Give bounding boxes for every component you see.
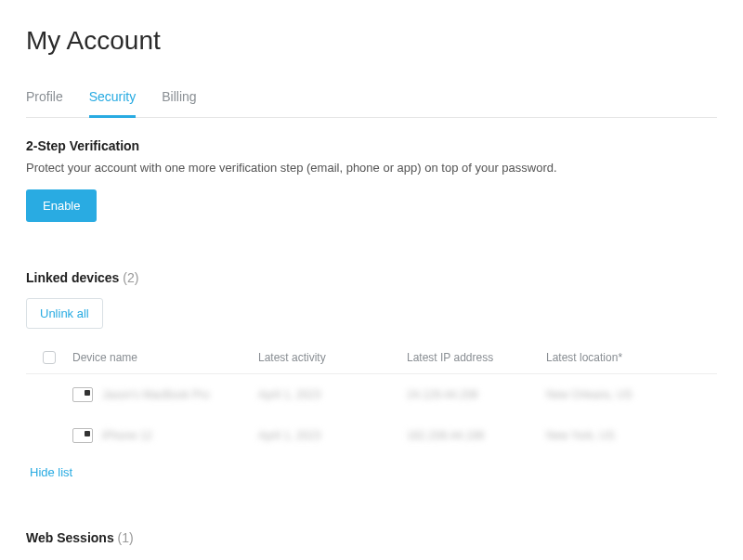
select-all-cell <box>43 351 72 364</box>
web-sessions-count: (1) <box>118 530 134 545</box>
col-header-location: Latest location* <box>546 351 717 364</box>
device-activity: April 1, 2023 <box>258 429 407 442</box>
col-header-name: Device name <box>72 351 258 364</box>
select-all-checkbox[interactable] <box>43 351 56 364</box>
linked-count: (2) <box>123 270 138 285</box>
tabs: Profile Security Billing <box>26 89 717 118</box>
device-location: New Orleans, US <box>546 388 717 401</box>
device-name: Jason's MacBook Pro <box>102 388 210 401</box>
phone-icon <box>72 428 93 443</box>
device-activity: April 1, 2023 <box>258 388 407 401</box>
linked-devices-header: Linked devices (2) <box>26 270 717 285</box>
two-step-section: 2-Step Verification Protect your account… <box>26 118 717 222</box>
col-header-ip: Latest IP address <box>407 351 546 364</box>
device-location: New York, US <box>546 429 717 442</box>
tab-security[interactable]: Security <box>89 89 137 118</box>
linked-title: Linked devices <box>26 270 119 285</box>
device-name: iPhone 12 <box>102 429 152 442</box>
device-ip: 162.208.44.198 <box>407 429 546 442</box>
linked-table-header: Device name Latest activity Latest IP ad… <box>26 342 717 374</box>
device-ip: 24.129.44.208 <box>407 388 546 401</box>
tab-profile[interactable]: Profile <box>26 89 63 118</box>
laptop-icon <box>72 387 93 402</box>
linked-devices-section: Linked devices (2) Unlink all Device nam… <box>26 270 717 480</box>
table-row[interactable]: Jason's MacBook Pro April 1, 2023 24.129… <box>26 374 717 415</box>
hide-list-link[interactable]: Hide list <box>30 465 72 479</box>
page-title: My Account <box>26 26 717 56</box>
web-sessions-header: Web Sessions (1) <box>26 530 717 545</box>
web-sessions-section: Web Sessions (1) <box>26 530 717 545</box>
two-step-desc: Protect your account with one more verif… <box>26 161 717 175</box>
unlink-all-button[interactable]: Unlink all <box>26 298 103 329</box>
enable-button[interactable]: Enable <box>26 189 97 222</box>
web-sessions-title: Web Sessions <box>26 530 114 545</box>
tab-billing[interactable]: Billing <box>162 89 196 118</box>
col-header-activity: Latest activity <box>258 351 407 364</box>
two-step-title: 2-Step Verification <box>26 138 717 153</box>
table-row[interactable]: iPhone 12 April 1, 2023 162.208.44.198 N… <box>26 415 717 456</box>
